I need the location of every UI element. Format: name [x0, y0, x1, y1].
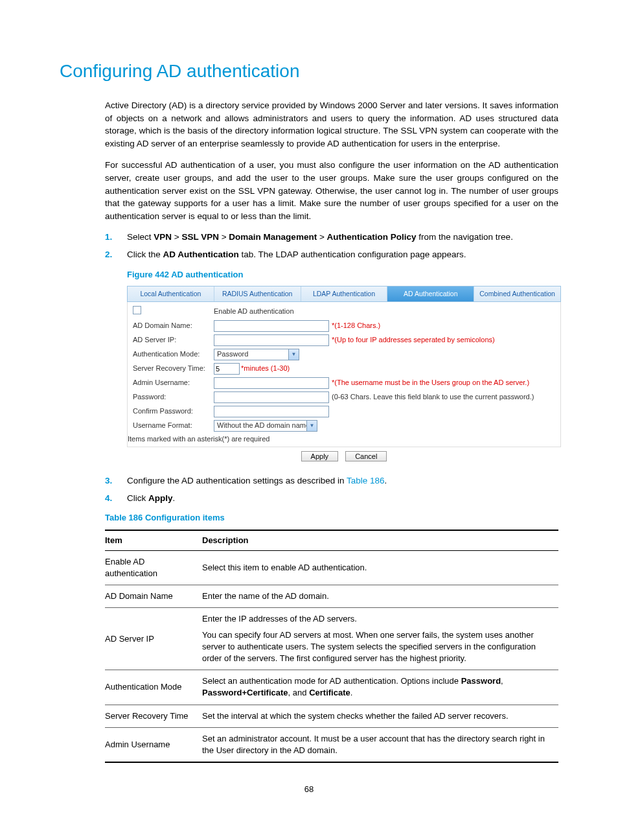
ad-auth-ui: Local Authentication RADIUS Authenticati…	[127, 286, 561, 468]
table-186-link[interactable]: Table 186	[347, 476, 385, 485]
recovery-time-input[interactable]	[214, 363, 240, 375]
step-4: Click Apply.	[105, 493, 558, 505]
required-note: Items marked with an asterisk(*) are req…	[128, 433, 560, 447]
enable-ad-label: Enable AD authentication	[214, 307, 294, 316]
step-2: Click the AD Authentication tab. The LDA…	[105, 249, 558, 261]
recovery-time-label: Server Recovery Time:	[133, 364, 214, 373]
recovery-time-hint: *minutes (1-30)	[241, 364, 290, 373]
page-number: 68	[60, 784, 558, 795]
auth-tabs: Local Authentication RADIUS Authenticati…	[127, 286, 561, 302]
cancel-button[interactable]: Cancel	[345, 451, 387, 461]
ad-serverip-hint: *(Up to four IP addresses seperated by s…	[332, 335, 495, 345]
admin-username-hint: *(The username must be in the Users grou…	[332, 378, 529, 388]
password-input[interactable]	[214, 391, 329, 403]
ad-serverip-input[interactable]	[214, 334, 329, 346]
config-table: Item Description Enable AD authenticatio…	[105, 530, 558, 763]
tab-ad-auth[interactable]: AD Authentication	[387, 286, 474, 301]
tab-combined-auth[interactable]: Combined Authentication	[474, 286, 560, 301]
table-row: Admin Username Set an administrator acco…	[105, 727, 558, 762]
tab-ldap-auth[interactable]: LDAP Authentication	[301, 286, 388, 301]
chevron-down-icon: ▼	[306, 421, 317, 431]
intro-paragraph-1: Active Directory (AD) is a directory ser…	[105, 99, 558, 150]
step-1: Select VPN > SSL VPN > Domain Management…	[105, 231, 558, 244]
auth-mode-select[interactable]: Password ▼	[214, 349, 299, 360]
page-title: Configuring AD authentication	[60, 58, 558, 84]
tab-local-auth[interactable]: Local Authentication	[128, 286, 214, 301]
table-head-desc: Description	[202, 530, 558, 551]
auth-mode-label: Authentication Mode:	[133, 349, 214, 359]
admin-username-input[interactable]	[214, 377, 329, 389]
ad-serverip-label: AD Server IP:	[133, 335, 214, 345]
ad-domain-input[interactable]	[214, 320, 329, 332]
password-label: Password:	[133, 392, 214, 402]
table-row: Enable AD authentication Select this ite…	[105, 550, 558, 585]
ad-domain-hint: *(1-128 Chars.)	[332, 321, 380, 331]
table-row: Authentication Mode Select an authentica…	[105, 670, 558, 705]
table-caption: Table 186 Configuration items	[105, 512, 558, 524]
enable-ad-checkbox[interactable]	[133, 306, 141, 314]
chevron-down-icon: ▼	[288, 349, 299, 360]
confirm-password-input[interactable]	[214, 406, 329, 417]
table-row: AD Server IP Enter the IP addresses of t…	[105, 608, 558, 670]
confirm-password-label: Confirm Password:	[133, 406, 214, 416]
intro-paragraph-2: For successful AD authentication of a us…	[105, 159, 558, 222]
apply-button[interactable]: Apply	[301, 451, 339, 461]
table-head-item: Item	[105, 530, 202, 551]
tab-radius-auth[interactable]: RADIUS Authentication	[214, 286, 301, 301]
ad-domain-label: AD Domain Name:	[133, 321, 214, 331]
username-format-select[interactable]: Without the AD domain name ▼	[214, 420, 317, 432]
step-3: Configure the AD authentication settings…	[105, 475, 558, 487]
admin-username-label: Admin Username:	[133, 378, 214, 388]
table-row: AD Domain Name Enter the name of the AD …	[105, 585, 558, 608]
table-row: Server Recovery Time Set the interval at…	[105, 705, 558, 727]
password-hint: (0-63 Chars. Leave this field blank to u…	[332, 392, 534, 402]
figure-caption: Figure 442 AD authentication	[127, 269, 558, 281]
username-format-label: Username Format:	[133, 421, 214, 430]
